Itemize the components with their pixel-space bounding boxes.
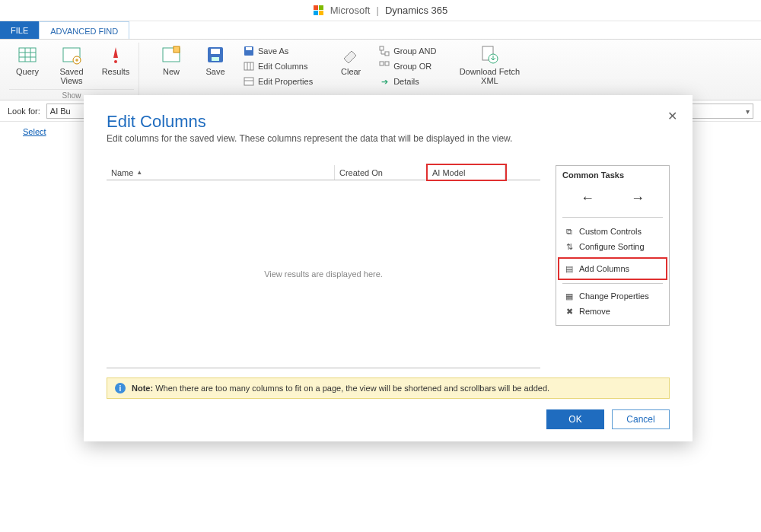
edit-columns-dialog: ✕ Edit Columns Edit columns for the save… [84,95,693,441]
note-label: Note: [132,384,153,393]
task-add-columns[interactable]: ▤ Add Columns [559,259,666,279]
results-divider [107,368,540,368]
ok-button[interactable]: OK [546,409,604,429]
dialog-title: Edit Columns [107,112,670,132]
task-remove-label: Remove [579,307,610,316]
common-tasks-panel: Common Tasks ← → ⧉ Custom Controls [556,165,670,326]
column-header-ai-model-label: AI Model [432,168,465,177]
task-configure-sorting[interactable]: ⇅ Configure Sorting [562,239,663,254]
add-columns-icon: ▤ [564,263,575,274]
note-bar: i Note: When there are too many columns … [107,377,670,399]
column-header-name[interactable]: Name ▲ [107,165,335,180]
change-properties-icon: ▦ [564,291,575,301]
close-icon: ✕ [667,109,677,123]
column-header-created-on[interactable]: Created On [335,165,428,180]
common-tasks-title: Common Tasks [562,170,663,180]
column-header-spacer [505,165,540,180]
dialog-footer: OK Cancel [107,399,670,429]
info-icon: i [115,383,126,393]
move-right-button[interactable]: → [623,190,652,206]
column-header-ai-model[interactable]: AI Model [428,165,505,180]
configure-sorting-icon: ⇅ [564,241,575,252]
task-configure-sorting-label: Configure Sorting [579,242,645,251]
task-add-columns-label: Add Columns [579,264,629,273]
column-header-created-on-label: Created On [339,168,383,177]
task-remove[interactable]: ✖ Remove [562,304,663,319]
sort-asc-icon: ▲ [136,169,142,176]
custom-controls-icon: ⧉ [564,226,575,237]
task-separator [562,283,663,284]
task-custom-controls[interactable]: ⧉ Custom Controls [562,224,663,239]
remove-icon: ✖ [564,306,575,317]
modal-backdrop: ✕ Edit Columns Edit columns for the save… [0,0,761,532]
column-header-name-label: Name [111,168,133,177]
close-button[interactable]: ✕ [664,107,680,124]
column-headers: Name ▲ Created On AI Model [107,165,540,180]
dialog-subtitle: Edit columns for the saved view. These c… [107,133,670,144]
cancel-button[interactable]: Cancel [612,409,670,429]
move-left-button[interactable]: ← [573,190,602,206]
arrow-left-icon: ← [581,190,594,205]
task-change-properties-label: Change Properties [579,291,649,301]
results-placeholder: View results are displayed here. [107,180,540,368]
task-custom-controls-label: Custom Controls [579,227,642,236]
task-change-properties[interactable]: ▦ Change Properties [562,288,663,304]
note-text: When there are too many columns to fit o… [155,384,549,393]
arrow-right-icon: → [631,190,645,205]
